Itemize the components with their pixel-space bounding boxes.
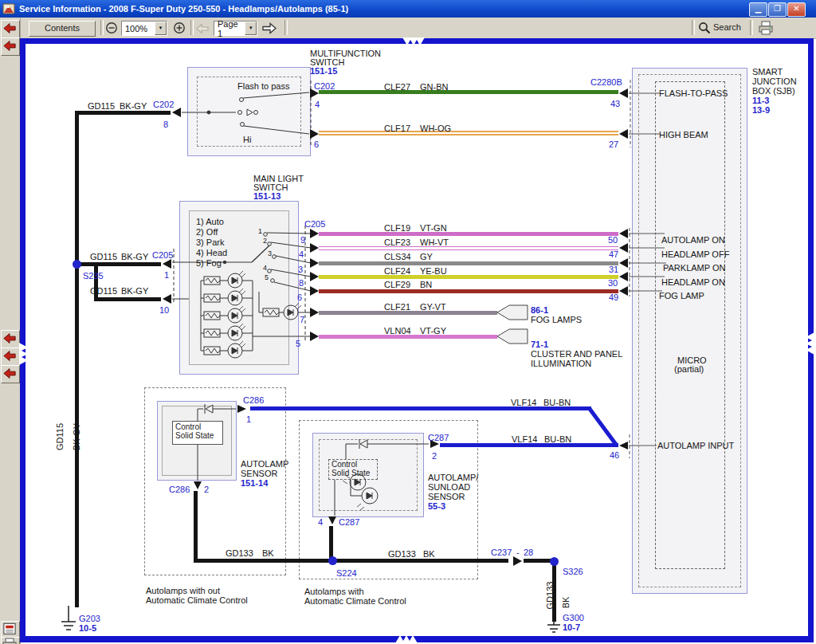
red-arrow-icon: [2, 331, 18, 346]
wire-label-circuit: GD115: [90, 252, 117, 261]
sensor2-name-line3: SENSOR: [428, 492, 465, 501]
connector-label-c287: C287: [428, 433, 449, 442]
diagram-border-top: [20, 38, 814, 44]
previous-page-icon[interactable]: [195, 23, 210, 34]
pin-label: 8: [163, 120, 168, 129]
connector-c237-separator: -: [516, 548, 520, 557]
nav-arrow-button[interactable]: [1, 330, 20, 348]
wire-gd133-left: [194, 559, 508, 563]
connector-label-c202: C202: [314, 81, 335, 91]
wire-label-color: BK-GY: [121, 252, 148, 261]
page-dropdown-arrow-icon[interactable]: ▼: [245, 22, 257, 35]
connector-label-c205: C205: [152, 250, 173, 260]
page-select-value: Page 1: [218, 19, 245, 38]
ground-symbols: [61, 606, 560, 632]
document-icon: [2, 622, 18, 637]
mls-position-3: 3) Park: [196, 238, 224, 247]
contact-number: 1: [258, 227, 262, 235]
connector-label-c287: C287: [339, 517, 359, 527]
wire-clf23-wh-vt: [319, 246, 618, 250]
mfs-page-ref: 151-15: [310, 66, 337, 76]
pin-label: 6: [314, 139, 319, 149]
wire-gd133-c286-drop: [194, 491, 198, 563]
sensor2-caption-line1: Autolamps with: [304, 587, 364, 596]
toolbar-separator: [284, 20, 288, 35]
mls-position-4: 4) Head: [196, 248, 227, 257]
wire-label-circuit: CLF24: [384, 266, 410, 276]
sensor1-name-line2: SENSOR: [241, 469, 277, 478]
contents-button[interactable]: Contents: [29, 21, 96, 37]
zoom-in-icon[interactable]: [173, 22, 186, 34]
search-label[interactable]: Search: [713, 22, 741, 32]
wire-gd115-bus: [75, 111, 79, 607]
sjb-high-beam-label: HIGH BEAM: [659, 130, 708, 139]
wire-label-color: BK-GY: [121, 286, 148, 296]
diagram-border-bottom: [20, 636, 814, 642]
mfs-flash-label: Flash to pass: [237, 81, 289, 91]
title-bar[interactable]: Service Information - 2008 F-Super Duty …: [0, 0, 816, 18]
search-icon[interactable]: [698, 22, 712, 35]
wire-label-circuit: CLF23: [384, 238, 410, 247]
print-icon[interactable]: [758, 21, 774, 35]
minimize-button[interactable]: ▁: [749, 2, 767, 17]
nav-arrow-button[interactable]: [1, 20, 20, 38]
mfs-hi-label: Hi: [243, 135, 251, 144]
wire-label-color-vertical: BK-GY: [72, 419, 81, 454]
print-page-button[interactable]: [1, 637, 20, 644]
wire-label-circuit-vertical: GD115: [55, 419, 65, 454]
autolamp-sensor-control-box: Control Solid State: [172, 421, 223, 445]
sensor1-name-line1: AUTOLAMP: [241, 459, 288, 469]
wire-label-color-vertical: BK: [561, 594, 571, 611]
nav-arrow-button[interactable]: [1, 365, 20, 383]
pin-label: 3: [298, 265, 303, 274]
wire-label-color: GY-VT: [420, 302, 446, 312]
page-select[interactable]: Page 1 ▼: [214, 21, 257, 36]
pin-label: 4: [315, 100, 320, 109]
toolbar-separator: [692, 20, 695, 35]
red-arrow-icon: [2, 366, 18, 381]
wire-gd115-to-c205-10: [94, 297, 161, 301]
sjb-name-line3: BOX (SJB): [752, 86, 795, 96]
wire-vlf14-upper: [250, 406, 591, 410]
connector-label-c237: C237: [491, 548, 512, 557]
sjb-page-ref2: 13-9: [752, 105, 770, 115]
sjb-name-line2: JUNCTION: [752, 77, 797, 86]
solid-state-label: Solid State: [332, 469, 377, 477]
nav-arrow-button[interactable]: [1, 348, 20, 366]
diagram-border-right: [808, 38, 814, 642]
pin-label: 2: [432, 451, 437, 461]
wire-label-circuit: VLN04: [384, 326, 411, 336]
wire-label-color: WH-OG: [420, 124, 451, 133]
sjb-headlamp-off-label: HEADLAMP OFF: [661, 249, 729, 259]
ground-ref-g300: 10-7: [563, 622, 580, 632]
restore-button[interactable]: ❐: [768, 2, 787, 17]
close-button[interactable]: ✕: [787, 2, 806, 17]
sjb-headlamp-on-label: HEADLAMP ON: [661, 277, 725, 287]
wire-cls34-gy: [319, 261, 618, 265]
zoom-level-select[interactable]: 100% ▼: [121, 21, 167, 36]
zoom-out-icon[interactable]: [105, 22, 118, 34]
contact-number: 3: [268, 249, 272, 257]
next-page-icon[interactable]: [261, 22, 277, 34]
sensor2-caption-line2: Automatic Climate Control: [304, 596, 406, 606]
wire-label-circuit: GD115: [90, 286, 117, 296]
left-tool-strip: [0, 18, 21, 644]
contact-number: 4: [263, 264, 267, 272]
offpage-cluster-label1: CLUSTER AND PANEL: [531, 349, 622, 359]
pin-label: 10: [159, 305, 169, 315]
wire-label-color: BU-BN: [543, 398, 571, 407]
pin-label: 50: [608, 235, 618, 245]
nav-arrow-button[interactable]: [1, 37, 20, 56]
ground-ref-g203: 10-5: [79, 623, 96, 633]
red-arrow-icon: [2, 21, 18, 36]
zoom-dropdown-arrow-icon[interactable]: ▼: [155, 22, 167, 35]
pin-label: 7: [300, 315, 304, 324]
wire-label-color: VT-GN: [420, 223, 447, 233]
red-arrow-icon: [2, 348, 18, 363]
pin-label: 9: [300, 235, 305, 245]
splice-label-s235: S235: [83, 271, 104, 281]
pin-label: 27: [609, 139, 618, 149]
connector-label-c205: C205: [304, 219, 325, 229]
wire-label-circuit: CLF21: [384, 302, 410, 312]
wire-label-color: BK: [262, 548, 274, 558]
